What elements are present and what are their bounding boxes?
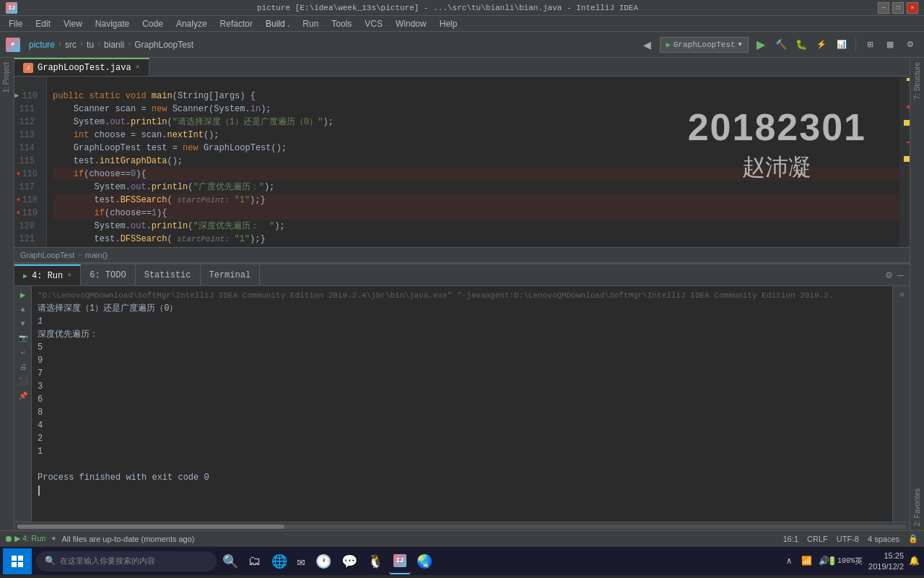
java-file-icon: J — [23, 63, 33, 73]
project-panel-label[interactable]: 1: Project — [0, 58, 14, 97]
tray-up-arrow[interactable]: ∧ — [782, 554, 796, 569]
status-ok-dot — [6, 536, 12, 542]
taskbar-clock[interactable]: 15:25 2019/12/2 — [868, 551, 904, 571]
menu-build[interactable]: Build . — [260, 17, 295, 30]
run-tab-terminal[interactable]: Terminal — [201, 264, 261, 285]
run-gutter-icon[interactable]: ▶ — [14, 90, 19, 103]
menu-view[interactable]: View — [58, 17, 88, 30]
code-line-122 — [53, 246, 899, 247]
run-button[interactable]: ▶ — [753, 37, 769, 53]
code-editor[interactable]: ▶ 110 111 112 113 114 115 ● 116 117 ● — [14, 77, 910, 247]
taskbar-explorer[interactable]: 🗂 — [244, 548, 266, 574]
svg-rect-1 — [18, 556, 23, 561]
breadcrumb-class-label[interactable]: GraphLoopTest — [20, 251, 74, 259]
run-pin-button[interactable]: 📌 — [17, 390, 29, 402]
taskbar-edge[interactable]: 🌐 — [267, 548, 292, 574]
taskbar-edge-icon: 🌐 — [271, 553, 287, 569]
run-tab-statistic[interactable]: Statistic — [136, 264, 201, 285]
run-output-line-4: 5 — [38, 341, 886, 354]
menu-analyze[interactable]: Analyze — [170, 17, 213, 30]
settings-minimize-icon[interactable]: — — [898, 269, 904, 281]
frame-button[interactable]: ⊞ — [862, 37, 878, 53]
breadcrumb-tu[interactable]: tu — [87, 40, 94, 50]
taskbar-wechat[interactable]: 💬 — [337, 548, 362, 574]
run-restart-button[interactable]: ▶ — [17, 289, 29, 301]
tray-input-method[interactable]: 英 — [851, 554, 866, 569]
menu-window[interactable]: Window — [390, 17, 432, 30]
tray-battery[interactable]: 🔋 100% — [834, 554, 848, 569]
maximize-button[interactable]: ❐ — [892, 2, 904, 14]
run-print-button[interactable]: 🖨 — [17, 361, 29, 373]
breakpoint-icon-116[interactable]: ● — [16, 168, 20, 181]
layout-button[interactable]: ▦ — [882, 37, 898, 53]
profiler-button[interactable]: 📊 — [834, 37, 850, 53]
menu-run[interactable]: Run — [297, 17, 324, 30]
favorites-panel-label[interactable]: 2: Favorites — [911, 484, 923, 530]
status-line-ending[interactable]: CRLF — [807, 535, 828, 543]
breakpoint-icon-118[interactable]: ● — [16, 194, 20, 207]
taskbar-intellij-taskbar[interactable]: IJ — [389, 548, 411, 574]
tray-notifications[interactable]: 🔔 — [907, 554, 921, 569]
run-screenshot-button[interactable]: 📷 — [17, 332, 29, 344]
run-output-line-0: "D:\LenovoQMDownload\SoftMgr\IntelliJ ID… — [38, 289, 886, 302]
breadcrumb-class[interactable]: GraphLoopTest — [134, 40, 193, 50]
run-horizontal-scrollbar[interactable] — [14, 522, 910, 530]
run-stop-button[interactable]: ⬛ — [17, 376, 29, 387]
debug-button[interactable]: 🐛 — [793, 37, 809, 53]
status-indentation[interactable]: 4 spaces — [868, 535, 899, 543]
editor-tab-graphlooptest[interactable]: J GraphLoopTest.java × — [14, 58, 149, 76]
menu-code[interactable]: Code — [136, 17, 169, 30]
run-side-icon-1[interactable]: ≡ — [896, 289, 907, 301]
menu-tools[interactable]: Tools — [326, 17, 357, 30]
taskbar-search[interactable]: 🔍 在这里输入你要搜索的内容 — [36, 551, 217, 571]
taskbar-qq[interactable]: 🐧 — [363, 548, 388, 574]
system-tray: ∧ 📶 🔊 🔋 100% 英 15:25 2019/12/2 🔔 — [782, 551, 921, 571]
build-button[interactable]: 🔨 — [773, 37, 789, 53]
taskbar-browser[interactable]: 🌏 — [412, 548, 437, 574]
code-line-119: if(choose==1){ — [53, 207, 899, 220]
menu-help[interactable]: Help — [434, 17, 463, 30]
run-tab-run[interactable]: ▶ 4: Run × — [14, 264, 81, 285]
window-title: picture [E:\idea\week_13s\picture] - ...… — [17, 4, 878, 12]
status-position[interactable]: 16:1 — [783, 535, 798, 543]
run-tab-todo[interactable]: 6: TODO — [81, 264, 135, 285]
config-dropdown[interactable]: ▶ GraphLoopTest ▼ — [660, 37, 749, 53]
taskbar-search-app[interactable]: 🔍 — [218, 548, 243, 574]
breadcrumb-method-label[interactable]: main() — [85, 251, 108, 259]
status-bar: ▶ 4: Run ● All files are up-to-date (mom… — [0, 530, 924, 546]
breadcrumb-src[interactable]: src — [65, 40, 77, 50]
settings-button[interactable]: ⚙ — [902, 37, 918, 53]
run-word-wrap-button[interactable]: ↩ — [17, 347, 29, 358]
taskbar-clock-app[interactable]: 🕐 — [311, 548, 336, 574]
menu-vcs[interactable]: VCS — [359, 17, 388, 30]
project-icon: P — [6, 38, 20, 52]
close-button[interactable]: ✕ — [907, 2, 918, 14]
tray-network[interactable]: 📶 — [799, 554, 814, 569]
menu-navigate[interactable]: Navigate — [90, 17, 135, 30]
status-encoding[interactable]: UTF-8 — [837, 535, 859, 543]
code-line-118: test.BFSSearch( startPoint: "1");} — [53, 194, 899, 207]
run-tab-status[interactable]: ▶ 4: Run — [14, 534, 45, 543]
code-content[interactable]: public static void main(String[] args) {… — [47, 77, 899, 247]
run-scroll-up-button[interactable]: ▲ — [17, 303, 29, 315]
tab-close-button[interactable]: × — [136, 64, 140, 72]
breadcrumb-project[interactable]: picture — [29, 40, 55, 50]
breadcrumb-bianli[interactable]: bianli — [104, 40, 124, 50]
taskbar-mail[interactable]: ✉ — [293, 548, 310, 574]
breakpoint-icon-119[interactable]: ● — [16, 207, 20, 220]
coverage-button[interactable]: ⚡ — [814, 37, 829, 53]
scroll-thumb[interactable] — [17, 525, 284, 529]
menu-refactor[interactable]: Refactor — [214, 17, 258, 30]
structure-panel-label[interactable]: 7: Structure — [911, 58, 923, 104]
run-scroll-down-button[interactable]: ▼ — [17, 318, 29, 329]
menu-edit[interactable]: Edit — [30, 17, 56, 30]
back-button[interactable]: ◀ — [640, 37, 655, 53]
run-tab-statistic-label: Statistic — [144, 270, 191, 280]
run-tab-todo-label: 6: TODO — [90, 270, 126, 280]
run-tab-run-label: 4: Run — [32, 271, 63, 281]
run-tab-close[interactable]: × — [67, 272, 71, 280]
settings-gear-icon[interactable]: ⚙ — [886, 269, 892, 281]
menu-file[interactable]: File — [3, 17, 28, 30]
start-button[interactable] — [3, 548, 32, 574]
minimize-button[interactable]: — — [878, 2, 889, 14]
